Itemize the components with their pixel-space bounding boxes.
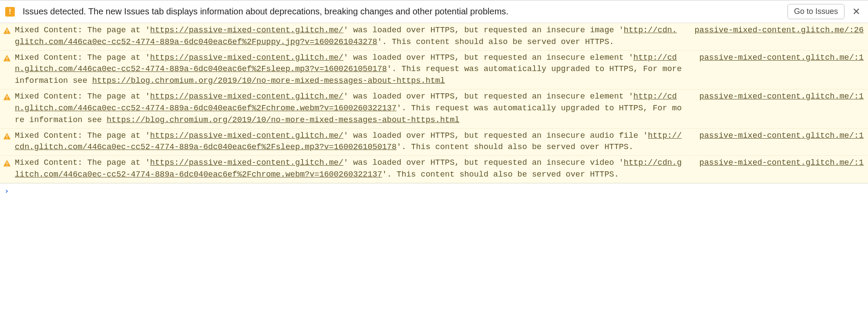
source-link[interactable]: passive-mixed-content.glitch.me/:1 <box>700 130 864 142</box>
issues-message: Issues detected. The new Issues tab disp… <box>20 7 782 17</box>
warning-triangle-icon <box>3 54 11 63</box>
console-log-area: Mixed Content: The page at 'https://pass… <box>0 23 868 183</box>
svg-rect-1 <box>7 32 7 33</box>
msg-text: Mixed Content: The page at ' <box>15 158 150 167</box>
svg-rect-8 <box>7 162 7 164</box>
msg-text: '. This content should also be served ov… <box>382 170 619 179</box>
issues-bar: Issues detected. The new Issues tab disp… <box>0 0 868 23</box>
msg-text: ' was loaded over HTTPS, but requested a… <box>343 53 633 62</box>
msg-text: Mixed Content: The page at ' <box>15 131 150 140</box>
source-link[interactable]: passive-mixed-content.glitch.me/:1 <box>700 52 864 64</box>
info-url-link[interactable]: https://blog.chromium.org/2019/10/no-mor… <box>107 116 459 125</box>
console-warning-row: Mixed Content: The page at 'https://pass… <box>0 129 868 156</box>
msg-text: ' was loaded over HTTPS, but requested a… <box>343 92 633 101</box>
warning-triangle-icon <box>3 159 11 168</box>
prompt-chevron-icon: › <box>4 186 9 195</box>
console-message-body: Mixed Content: The page at 'https://pass… <box>15 25 686 48</box>
page-url-link[interactable]: https://passive-mixed-content.glitch.me/ <box>150 92 343 101</box>
close-icon[interactable]: ✕ <box>850 7 863 17</box>
page-url-link[interactable]: https://passive-mixed-content.glitch.me/ <box>150 158 343 167</box>
source-link[interactable]: passive-mixed-content.glitch.me/:1 <box>700 91 864 103</box>
msg-text: Mixed Content: The page at ' <box>15 26 150 35</box>
msg-text: Mixed Content: The page at ' <box>15 53 150 62</box>
msg-text: ' was loaded over HTTPS, but requested a… <box>343 131 648 140</box>
msg-text: ' was loaded over HTTPS, but requested a… <box>343 158 624 167</box>
svg-rect-5 <box>7 99 7 99</box>
console-message-body: Mixed Content: The page at 'https://pass… <box>15 91 691 126</box>
console-warning-row: Mixed Content: The page at 'https://pass… <box>0 51 868 89</box>
msg-text: Mixed Content: The page at ' <box>15 92 150 101</box>
page-url-link[interactable]: https://passive-mixed-content.glitch.me/ <box>150 26 343 35</box>
svg-rect-7 <box>7 138 7 139</box>
source-link[interactable]: passive-mixed-content.glitch.me/:26 <box>694 25 864 37</box>
console-warning-row: Mixed Content: The page at 'https://pass… <box>0 23 868 51</box>
console-warning-row: Mixed Content: The page at 'https://pass… <box>0 89 868 128</box>
issues-icon <box>5 7 15 17</box>
svg-rect-6 <box>7 135 7 137</box>
svg-rect-4 <box>7 96 7 98</box>
console-message-body: Mixed Content: The page at 'https://pass… <box>15 52 691 87</box>
warning-triangle-icon <box>3 93 11 102</box>
page-url-link[interactable]: https://passive-mixed-content.glitch.me/ <box>150 53 343 62</box>
msg-text: '. This content should also be served ov… <box>377 37 614 47</box>
page-url-link[interactable]: https://passive-mixed-content.glitch.me/ <box>150 131 343 140</box>
msg-text: ' was loaded over HTTPS, but requested a… <box>343 26 624 35</box>
svg-rect-2 <box>7 57 7 59</box>
warning-triangle-icon <box>3 27 11 35</box>
warning-triangle-icon <box>3 132 11 141</box>
info-url-link[interactable]: https://blog.chromium.org/2019/10/no-mor… <box>92 76 445 85</box>
svg-rect-3 <box>7 60 7 61</box>
go-to-issues-button[interactable]: Go to Issues <box>787 4 844 19</box>
console-warning-row: Mixed Content: The page at 'https://pass… <box>0 156 868 183</box>
svg-rect-9 <box>7 165 7 166</box>
console-input-prompt[interactable]: › <box>0 183 868 198</box>
console-message-body: Mixed Content: The page at 'https://pass… <box>15 157 691 181</box>
msg-text: '. This content should also be served ov… <box>397 143 633 152</box>
source-link[interactable]: passive-mixed-content.glitch.me/:1 <box>700 157 864 169</box>
svg-rect-0 <box>7 30 7 32</box>
console-message-body: Mixed Content: The page at 'https://pass… <box>15 130 691 154</box>
